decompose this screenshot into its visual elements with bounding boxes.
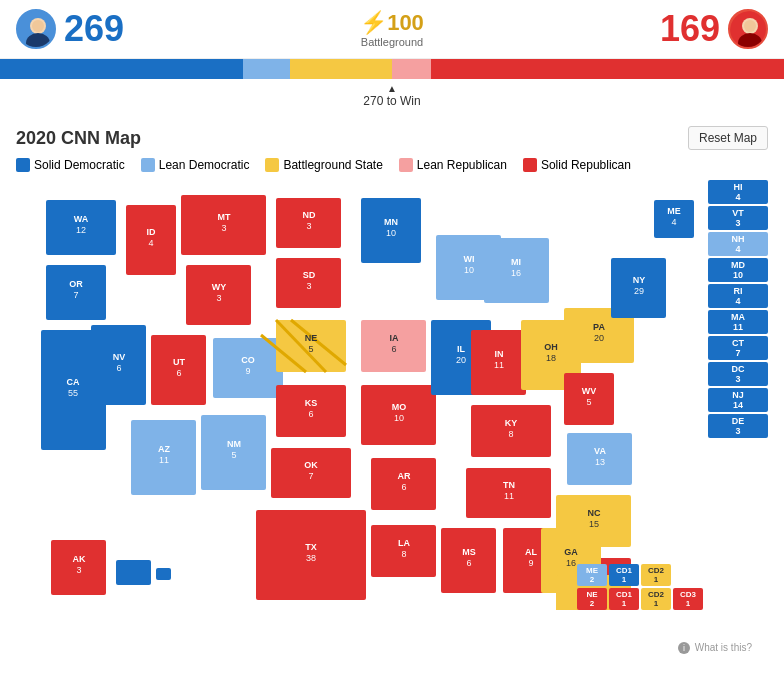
legend-lean-rep: Lean Republican [399,158,507,172]
svg-text:KY: KY [505,418,518,428]
svg-text:SD: SD [303,270,316,280]
svg-text:3: 3 [221,223,226,233]
legend-solid-dem: Solid Democratic [16,158,125,172]
swatch-lean-rep [399,158,413,172]
legend-lean-dem-label: Lean Democratic [159,158,250,172]
svg-text:13: 13 [595,457,605,467]
state-dc-box[interactable]: DC3 [708,362,768,386]
svg-text:PA: PA [593,322,605,332]
svg-text:MN: MN [384,217,398,227]
svg-text:KS: KS [305,398,318,408]
svg-text:10: 10 [464,265,474,275]
state-hi-main[interactable] [116,560,151,585]
svg-text:NV: NV [113,352,126,362]
svg-text:IL: IL [457,344,466,354]
ne2-box[interactable]: NE2 [577,588,607,610]
svg-text:18: 18 [546,353,556,363]
svg-text:7: 7 [73,290,78,300]
legend-lean-dem: Lean Democratic [141,158,250,172]
svg-text:4: 4 [671,217,676,227]
svg-text:4: 4 [148,238,153,248]
state-ma-box[interactable]: MA11 [708,310,768,334]
me2-box[interactable]: ME2 [577,564,607,586]
state-hi-small[interactable] [156,568,171,580]
svg-text:6: 6 [116,363,121,373]
svg-text:WI: WI [464,254,475,264]
svg-text:LA: LA [398,538,410,548]
header: 269 ⚡100 Battleground 169 [0,0,784,59]
svg-text:20: 20 [594,333,604,343]
svg-text:16: 16 [511,268,521,278]
svg-text:6: 6 [401,482,406,492]
swatch-solid-dem [16,158,30,172]
legend: Solid Democratic Lean Democratic Battleg… [16,158,768,172]
bar-lean-dem [243,59,290,79]
win-marker: 270 to Win [0,79,784,116]
state-vt-box[interactable]: VT3 [708,206,768,230]
ne-cd3-box[interactable]: CD31 [673,588,703,610]
swatch-battleground [265,158,279,172]
battleground-label: Battleground [360,36,424,48]
svg-text:29: 29 [634,286,644,296]
swatch-solid-rep [523,158,537,172]
battleground-count: ⚡100 [360,10,424,36]
svg-text:CA: CA [67,377,80,387]
svg-text:3: 3 [306,221,311,231]
svg-text:11: 11 [504,491,514,501]
svg-text:MT: MT [218,212,231,222]
ne-cd2-box[interactable]: CD21 [641,588,671,610]
me-cd1-box[interactable]: CD11 [609,564,639,586]
svg-text:MO: MO [392,402,407,412]
biden-section: 269 [16,8,124,50]
svg-text:OH: OH [544,342,558,352]
svg-text:55: 55 [68,388,78,398]
svg-text:AL: AL [525,547,537,557]
svg-text:ID: ID [147,227,157,237]
legend-lean-rep-label: Lean Republican [417,158,507,172]
state-ct-box[interactable]: CT7 [708,336,768,360]
legend-solid-rep: Solid Republican [523,158,631,172]
svg-text:5: 5 [231,450,236,460]
svg-text:NE: NE [305,333,318,343]
svg-text:VA: VA [594,446,606,456]
congressional-districts: ME2 CD11 CD21 NE2 CD11 CD21 CD31 [577,564,703,610]
svg-text:6: 6 [176,368,181,378]
what-is-this-label[interactable]: What is this? [695,642,752,653]
svg-text:AR: AR [398,471,411,481]
state-nj-box[interactable]: NJ14 [708,388,768,412]
bar-solid-rep [431,59,784,79]
map-section: 2020 CNN Map Reset Map Solid Democratic … [0,116,784,666]
svg-text:8: 8 [508,429,513,439]
trump-votes: 169 [660,8,720,50]
svg-text:UT: UT [173,357,185,367]
svg-text:38: 38 [306,553,316,563]
svg-text:TX: TX [305,542,317,552]
state-de-box[interactable]: DE3 [708,414,768,438]
svg-text:MI: MI [511,257,521,267]
state-hi-box[interactable]: HI4 [708,180,768,204]
svg-text:TN: TN [503,480,515,490]
svg-text:8: 8 [401,549,406,559]
reset-button[interactable]: Reset Map [688,126,768,150]
svg-text:OR: OR [69,279,83,289]
svg-text:10: 10 [394,413,404,423]
svg-text:MS: MS [462,547,476,557]
bar-lean-rep [392,59,431,79]
svg-text:11: 11 [494,360,504,370]
svg-text:5: 5 [308,344,313,354]
state-nh-box[interactable]: NH4 [708,232,768,256]
state-ri-box[interactable]: RI4 [708,284,768,308]
svg-text:9: 9 [528,558,533,568]
svg-text:NM: NM [227,439,241,449]
svg-text:11: 11 [159,455,169,465]
trump-section: 169 [660,8,768,50]
ne-cd1-box[interactable]: CD11 [609,588,639,610]
state-md-box[interactable]: MD10 [708,258,768,282]
svg-text:AZ: AZ [158,444,170,454]
svg-text:ND: ND [303,210,316,220]
battleground-center: ⚡100 Battleground [360,10,424,48]
win-label: 270 to Win [363,94,420,108]
svg-text:10: 10 [386,228,396,238]
me-cd2-box[interactable]: CD21 [641,564,671,586]
trump-avatar [728,9,768,49]
